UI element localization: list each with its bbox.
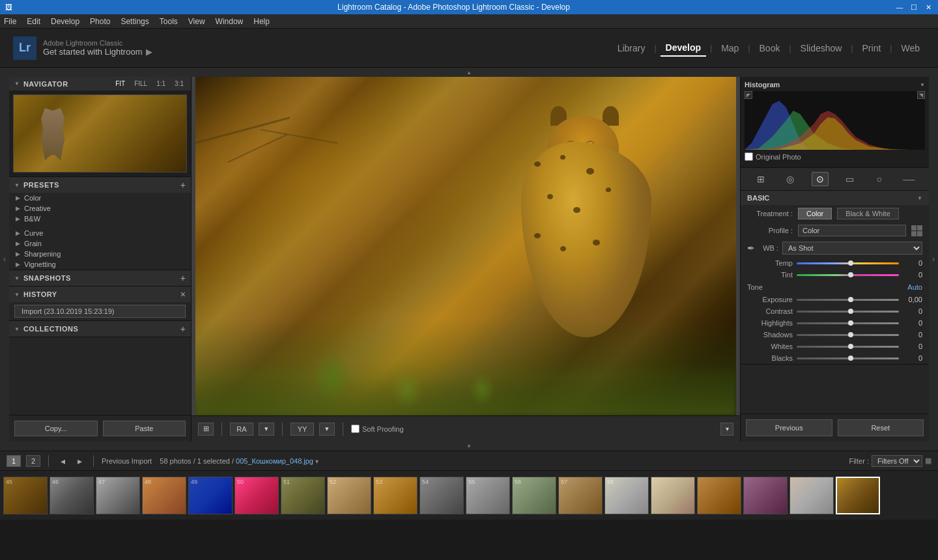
toolbar-btn-yy[interactable]: YY [291, 423, 314, 436]
exposure-slider[interactable] [797, 299, 899, 301]
profile-select[interactable]: Color Adobe Color Adobe Landscape Adobe … [798, 225, 906, 236]
preset-group-sharpening[interactable]: ▶ Sharpening [9, 249, 191, 259]
nav-module-library[interactable]: Library [612, 40, 651, 56]
tool-brush[interactable]: — [900, 172, 917, 186]
shadows-thumb[interactable] [848, 332, 853, 337]
thumb-15[interactable] [651, 477, 695, 514]
contrast-slider[interactable] [797, 311, 899, 313]
thumb-16[interactable] [697, 477, 741, 514]
whites-thumb[interactable] [848, 344, 853, 349]
thumb-10[interactable]: 54 [419, 477, 464, 514]
soft-proofing-label[interactable]: Soft Proofing [351, 425, 404, 433]
menu-item-view[interactable]: View [188, 17, 205, 26]
maximize-button[interactable]: ☐ [909, 3, 918, 12]
original-photo-check[interactable]: Original Photo [745, 150, 925, 163]
zoom-3-1-btn[interactable]: 3:1 [173, 79, 186, 88]
view-grid-button[interactable]: ⊞ [198, 423, 214, 436]
zoom-fit-btn[interactable]: FIT [113, 79, 127, 88]
thumb-5[interactable]: 49 [188, 477, 233, 514]
collections-add-button[interactable]: + [180, 324, 186, 334]
minimize-button[interactable]: — [895, 3, 904, 12]
tool-spot[interactable]: ◎ [782, 172, 799, 186]
tint-thumb[interactable] [848, 272, 853, 277]
filmstrip-page-1[interactable]: 1 [7, 455, 21, 467]
filmstrip-toggle-icon[interactable]: ▦ [925, 456, 931, 465]
nav-module-develop[interactable]: Develop [661, 40, 706, 57]
thumb-18[interactable] [789, 477, 834, 514]
nav-module-book[interactable]: Book [754, 40, 786, 56]
wb-select[interactable]: As Shot Auto Daylight Cloudy Shade Tungs… [782, 242, 922, 255]
close-button[interactable]: ✕ [924, 3, 933, 12]
thumb-13[interactable]: 57 [558, 477, 603, 514]
menu-item-edit[interactable]: Edit [27, 17, 40, 26]
highlights-thumb[interactable] [848, 320, 853, 326]
nav-module-web[interactable]: Web [896, 40, 925, 56]
filmstrip-back-button[interactable]: ◂ [57, 455, 68, 467]
menu-item-window[interactable]: Window [216, 17, 244, 26]
histogram-collapse-icon[interactable]: ▼ [920, 82, 925, 88]
toolbar-btn-dropdown-yy[interactable]: ▾ [319, 423, 335, 436]
histogram-clipping-shadows[interactable]: ◤ [745, 91, 752, 99]
menu-item-file[interactable]: File [4, 17, 16, 26]
history-close-button[interactable]: × [180, 289, 186, 300]
color-treatment-button[interactable]: Color [798, 208, 832, 219]
exposure-thumb[interactable] [848, 297, 853, 302]
preset-group-grain[interactable]: ▶ Grain [9, 238, 191, 249]
zoom-fill-btn[interactable]: FILL [132, 79, 149, 88]
menu-item-settings[interactable]: Settings [121, 17, 149, 26]
collections-header[interactable]: ▼ Collections + [9, 321, 191, 337]
snapshots-add-button[interactable]: + [180, 273, 186, 283]
copy-button[interactable]: Copy... [14, 421, 98, 436]
thumb-7[interactable]: 51 [281, 477, 325, 514]
nav-module-slideshow[interactable]: Slideshow [795, 40, 847, 56]
previous-button[interactable]: Previous [746, 419, 832, 436]
right-collapse-button[interactable]: › [929, 77, 938, 441]
collapse-top-button[interactable]: ▲ [0, 68, 938, 77]
presets-header[interactable]: ▼ Presets + [9, 177, 191, 193]
zoom-1-1-btn[interactable]: 1:1 [154, 79, 167, 88]
original-photo-checkbox[interactable] [745, 152, 753, 161]
thumb-12[interactable]: 56 [512, 477, 556, 514]
left-collapse-button[interactable]: ‹ [0, 77, 9, 441]
history-item[interactable]: Import (23.10.2019 15:23:19) [14, 305, 186, 318]
auto-button[interactable]: Auto [907, 283, 922, 291]
whites-slider[interactable] [797, 346, 899, 348]
shadows-slider[interactable] [797, 334, 899, 336]
thumb-8[interactable]: 52 [327, 477, 371, 514]
tool-radial[interactable]: ○ [871, 172, 888, 186]
tool-crop[interactable]: ⊞ [752, 172, 769, 186]
filmstrip-collapse-button[interactable]: ▼ [0, 441, 938, 451]
thumb-9[interactable]: 53 [373, 477, 418, 514]
toolbar-more-button[interactable]: ▾ [720, 423, 733, 436]
blacks-thumb[interactable] [848, 356, 853, 361]
histogram-clipping-highlights[interactable]: ◥ [917, 91, 925, 99]
tool-graduated[interactable]: ▭ [841, 172, 858, 186]
temp-slider[interactable] [797, 262, 899, 264]
thumb-6[interactable]: 50 [234, 477, 279, 514]
thumb-17[interactable] [743, 477, 788, 514]
thumb-3[interactable]: 47 [96, 477, 140, 514]
basic-header[interactable]: Basic ▼ [741, 191, 929, 205]
history-header[interactable]: ▼ History × [9, 287, 191, 302]
nav-module-print[interactable]: Print [857, 40, 887, 56]
menu-item-photo[interactable]: Photo [90, 17, 110, 26]
paste-button[interactable]: Paste [103, 421, 186, 436]
reset-button[interactable]: Reset [838, 419, 924, 436]
menu-item-tools[interactable]: Tools [160, 17, 178, 26]
snapshots-header[interactable]: ▼ Snapshots + [9, 270, 191, 286]
nav-module-map[interactable]: Map [716, 40, 744, 56]
soft-proofing-checkbox[interactable] [351, 425, 360, 433]
preset-group-creative[interactable]: ▶ Creative [9, 203, 191, 214]
tagline-arrow[interactable]: ▶ [146, 47, 152, 57]
thumb-14[interactable]: 58 [604, 477, 649, 514]
blacks-slider[interactable] [797, 357, 899, 359]
thumb-11[interactable]: 55 [466, 477, 510, 514]
profile-grid-button[interactable] [911, 225, 922, 236]
filmstrip-forward-button[interactable]: ▸ [74, 455, 85, 467]
tool-redeye[interactable]: ⊙ [812, 172, 829, 186]
wb-eyedropper-icon[interactable]: ✒ [747, 243, 755, 253]
thumb-4[interactable]: 48 [142, 477, 186, 514]
thumb-2[interactable]: 46 [50, 477, 94, 514]
filmstrip-page-2[interactable]: 2 [26, 455, 40, 467]
temp-thumb[interactable] [848, 260, 853, 266]
